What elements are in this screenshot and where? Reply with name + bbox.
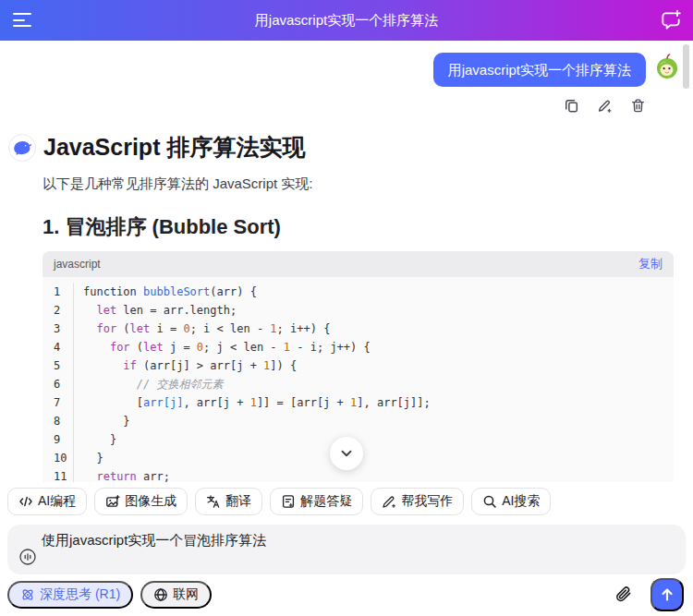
assistant-header: JavaScript 排序算法实现 [8,132,693,163]
code-icon [18,494,33,509]
code-line: 11 return arr; [43,467,674,482]
code-line: 3 for (let i = 0; i < len - 1; i++) { [43,320,674,338]
code-block-header: javascript 复制 [43,251,674,277]
app-window: 用javascript实现一个排序算法 用javascript实现一个排序算法 [0,0,693,616]
quick-action-image-generation[interactable]: 图像生成 [94,488,188,515]
chevron-down-icon [338,445,355,462]
top-bar: 用javascript实现一个排序算法 [0,0,693,41]
quick-action-homework-help[interactable]: 解题答疑 [270,488,363,515]
code-line: 1function bubbleSort(arr) { [43,283,674,301]
code-copy-button[interactable]: 复制 [638,256,663,272]
scroll-to-bottom-button[interactable] [330,437,363,470]
edit-icon[interactable] [597,98,613,114]
conversation-title: 用javascript实现一个排序算法 [255,12,438,30]
message-actions [0,98,693,114]
copy-icon[interactable] [564,98,579,114]
atom-icon [20,587,35,602]
code-line: 6 // 交换相邻元素 [43,375,674,393]
globe-icon [153,587,168,602]
whale-logo-icon [8,134,36,162]
quick-action-ai-search[interactable]: AI搜索 [471,488,551,515]
deep-think-toggle[interactable]: 深度思考 (R1) [7,581,133,609]
chat-area: 用javascript实现一个排序算法 [0,41,693,482]
user-message-row: 用javascript实现一个排序算法 [0,41,693,87]
response-intro: 以下是几种常见排序算法的 JavaScript 实现: [43,175,693,192]
new-chat-icon[interactable] [659,8,683,32]
menu-icon[interactable] [13,13,33,28]
send-button[interactable] [650,578,684,611]
composer-panel: AI编程 图像生成 翻译 [0,482,693,616]
response-title: JavaScript 排序算法实现 [43,132,305,163]
image-icon [105,494,120,509]
voice-input-icon[interactable] [18,548,37,566]
quick-actions-row: AI编程 图像生成 翻译 [0,482,693,515]
quick-action-ai-coding[interactable]: AI编程 [7,488,87,515]
code-line: 5 if (arr[j] > arr[j + 1]) { [43,356,674,375]
section-heading: 1. 冒泡排序 (Bubble Sort) [43,214,693,240]
user-message-bubble: 用javascript实现一个排序算法 [433,53,646,87]
arrow-up-icon [658,586,676,604]
code-line: 2 let len = arr.length; [43,301,674,320]
delete-icon[interactable] [630,98,646,114]
pencil-icon [382,494,396,509]
paperclip-icon[interactable] [614,585,634,605]
code-line: 8 } [43,412,674,430]
search-icon [482,494,497,509]
qa-document-icon [281,494,296,509]
quick-action-translate[interactable]: 翻译 [195,488,262,515]
quick-action-help-me-write[interactable]: 帮我写作 [371,488,464,515]
composer-footer: 深度思考 (R1) 联网 [7,578,684,611]
scrollbar-thumb[interactable] [683,44,689,89]
code-line: 4 for (let j = 0; j < len - 1 - i; j++) … [43,338,674,356]
message-input[interactable]: 使用javascript实现一个冒泡排序算法 [7,525,686,574]
web-search-toggle[interactable]: 联网 [140,581,212,609]
message-input-value: 使用javascript实现一个冒泡排序算法 [7,525,686,550]
user-avatar[interactable] [653,53,681,80]
code-line: 7 [arr[j], arr[j + 1]] = [arr[j + 1], ar… [43,393,674,412]
code-language-label: javascript [54,258,101,271]
translate-icon [206,494,221,509]
